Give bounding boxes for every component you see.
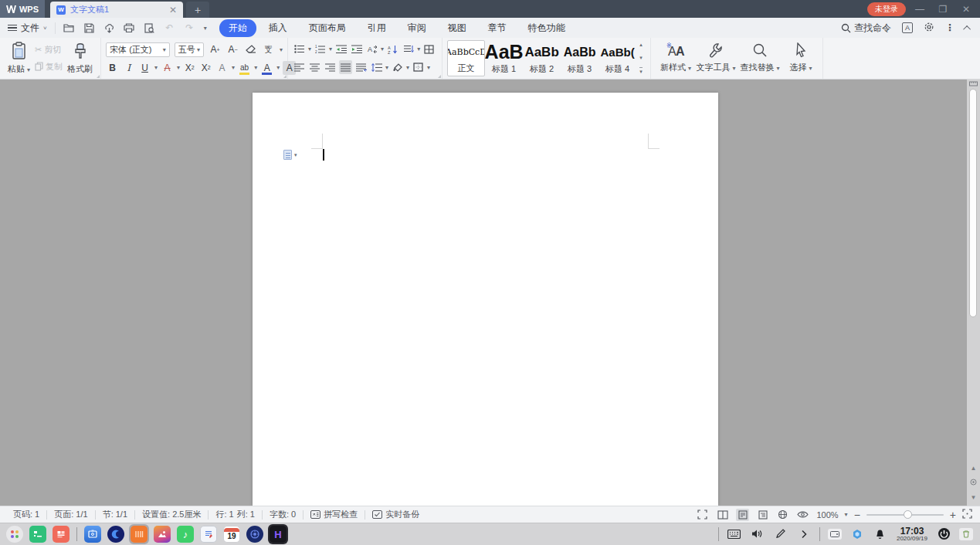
collapse-ribbon-icon[interactable] — [963, 25, 971, 32]
pinyin-guide-button[interactable]: wén 文 — [262, 42, 275, 56]
vertical-scrollbar[interactable]: ▲ ▲ ▼ — [967, 80, 980, 506]
h-app-dock-icon[interactable]: H — [270, 526, 287, 543]
decrease-indent-button[interactable] — [334, 42, 348, 56]
tab-insert[interactable]: 插入 — [259, 19, 297, 37]
underline-button[interactable]: U — [138, 61, 151, 75]
shading-caret-icon[interactable]: ▾ — [406, 64, 409, 71]
text-direction-button[interactable]: A — [365, 42, 378, 56]
sort-button[interactable]: AZ — [386, 42, 399, 56]
open-file-button[interactable] — [63, 22, 75, 34]
status-section[interactable]: 节: 1/1 — [96, 509, 134, 520]
status-page-count[interactable]: 页面: 1/1 — [47, 509, 94, 520]
superscript-button[interactable]: X2 — [183, 61, 196, 75]
line-spacing-caret-icon[interactable]: ▾ — [385, 64, 388, 71]
wps-dock-icon[interactable] — [131, 526, 148, 543]
shading-button[interactable] — [391, 60, 404, 74]
fullscreen-view-button[interactable] — [696, 509, 709, 521]
two-page-view-button[interactable] — [716, 509, 729, 521]
new-tab-button[interactable]: + — [186, 2, 209, 18]
next-page-icon[interactable]: ▼ — [971, 494, 977, 501]
eye-protection-button[interactable] — [796, 509, 809, 521]
save-button[interactable] — [83, 22, 95, 34]
realtime-backup-toggle[interactable]: 实时备份 — [365, 509, 426, 520]
strikethrough-caret-icon[interactable]: ▾ — [177, 64, 180, 71]
tab-page-layout[interactable]: 页面布局 — [300, 19, 355, 37]
document-page[interactable]: ▾ — [253, 93, 718, 506]
page-view-button[interactable] — [736, 509, 749, 521]
zoom-out-button[interactable]: − — [854, 509, 860, 521]
new-style-button[interactable]: AA※ 新样式 ▾ — [656, 40, 696, 76]
print-button[interactable] — [124, 22, 135, 34]
grow-font-button[interactable]: A+ — [209, 42, 222, 56]
document-tab[interactable]: W 文字文稿1 ✕ — [50, 2, 183, 18]
page-setup-widget[interactable]: ▾ — [283, 150, 297, 160]
underline-caret-icon[interactable]: ▾ — [154, 64, 158, 71]
line-spacing-button[interactable] — [370, 60, 383, 74]
subscript-button[interactable]: X2 — [199, 61, 212, 75]
style-heading2[interactable]: AaBb 标题 2 — [523, 40, 561, 76]
align-left-button[interactable] — [293, 60, 306, 74]
bold-button[interactable]: B — [106, 61, 119, 75]
text-editor-app-icon[interactable] — [200, 526, 217, 543]
align-center-button[interactable] — [308, 60, 321, 74]
export-pdf-button[interactable] — [103, 22, 115, 34]
numbering-caret-icon[interactable]: ▾ — [329, 46, 332, 52]
font-group-expander[interactable] — [283, 75, 287, 78]
screenshot-pen-icon[interactable] — [773, 526, 788, 542]
shrink-font-button[interactable]: A− — [226, 42, 239, 56]
more-options-icon[interactable]: ⋮ — [945, 22, 955, 33]
outline-view-button[interactable] — [756, 509, 769, 521]
zoom-slider-track[interactable] — [866, 514, 944, 516]
text-direction-caret-icon[interactable]: ▾ — [381, 46, 384, 52]
undo-button[interactable]: ↶ — [164, 22, 175, 34]
find-command-search[interactable]: 查找命令 — [841, 22, 891, 35]
gear-icon[interactable] — [924, 22, 934, 35]
zoom-in-button[interactable]: + — [950, 509, 956, 521]
styles-scroll-up-icon[interactable]: ▴ — [639, 42, 643, 48]
login-status-badge[interactable]: 未登录 — [867, 2, 906, 16]
status-page-number[interactable]: 页码: 1 — [6, 509, 46, 520]
wps-logo[interactable]: WPS — [0, 0, 45, 18]
interface-settings-icon[interactable]: A — [902, 22, 913, 33]
justify-button[interactable] — [339, 60, 352, 74]
photos-app-icon[interactable] — [154, 526, 171, 543]
spell-check-toggle[interactable]: 拼写检查 — [303, 509, 365, 520]
style-heading3[interactable]: AaBb 标题 3 — [561, 40, 599, 76]
status-line-column[interactable]: 行: 1 列: 1 — [209, 509, 261, 520]
find-replace-button[interactable]: 查找替换 ▾ — [736, 40, 784, 76]
community-app-icon[interactable] — [246, 526, 263, 543]
italic-button[interactable]: I — [122, 61, 135, 75]
align-right-button[interactable] — [324, 60, 337, 74]
tab-section[interactable]: 章节 — [479, 19, 516, 37]
numbering-button[interactable]: 12 — [314, 42, 327, 56]
styles-expand-icon[interactable]: ▾ — [639, 67, 643, 75]
file-safe-icon[interactable] — [84, 526, 101, 543]
text-effects-caret-icon[interactable]: ▾ — [232, 64, 235, 71]
zoom-slider-thumb[interactable] — [904, 510, 912, 519]
fit-page-button[interactable] — [962, 509, 972, 520]
zoom-level-value[interactable]: 100% — [816, 510, 838, 520]
font-name-select[interactable]: 宋体 (正文)▾ — [106, 42, 170, 57]
insert-table-button[interactable] — [422, 42, 436, 56]
disk-mount-icon[interactable] — [828, 529, 842, 540]
style-heading4[interactable]: AaBb( 标题 4 — [599, 40, 636, 76]
clear-format-button[interactable] — [244, 42, 257, 56]
status-word-count[interactable]: 字数: 0 — [263, 509, 303, 520]
notification-bell-icon[interactable] — [873, 526, 888, 542]
font-color-button[interactable]: A — [260, 61, 273, 75]
restore-button[interactable]: ❐ — [934, 4, 952, 15]
tab-home[interactable]: 开始 — [219, 19, 256, 37]
tab-view[interactable]: 视图 — [439, 19, 476, 37]
text-effects-button[interactable]: A — [215, 61, 229, 75]
zoom-level-caret-icon[interactable]: ▾ — [845, 511, 848, 518]
power-icon[interactable] — [936, 526, 951, 542]
style-normal[interactable]: AaBbCcD 正文 — [447, 40, 485, 76]
cut-button[interactable]: ✂ 剪切 — [35, 44, 63, 56]
launcher-icon[interactable] — [6, 526, 23, 543]
paragraph-group-expander[interactable] — [438, 75, 441, 78]
tab-references[interactable]: 引用 — [358, 19, 395, 37]
customize-quickbar-caret-icon[interactable]: ▾ — [204, 25, 207, 32]
redo-button[interactable]: ↷ — [184, 22, 195, 34]
app-store-icon[interactable] — [53, 526, 70, 543]
distribute-button[interactable] — [354, 60, 368, 74]
